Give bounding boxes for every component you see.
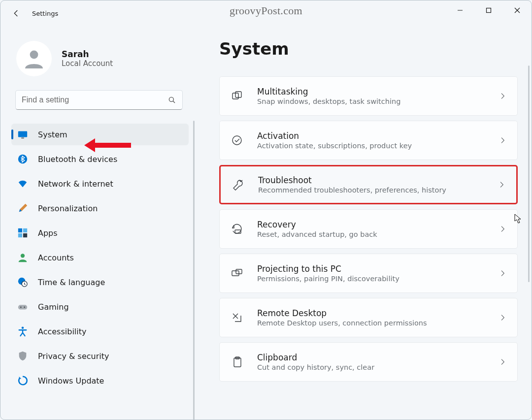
main-scrollbar[interactable]: [528, 65, 530, 282]
svg-point-23: [233, 136, 241, 145]
sidebar-item-update[interactable]: Windows Update: [11, 370, 189, 391]
sidebar-item-network[interactable]: Network & internet: [11, 173, 189, 194]
sidebar-item-privacy[interactable]: Privacy & security: [11, 345, 189, 367]
card-multitasking[interactable]: MultitaskingSnap windows, desktops, task…: [219, 76, 518, 116]
svg-point-14: [21, 254, 25, 258]
card-subtitle: Cut and copy history, sync, clear: [257, 363, 499, 371]
sidebar-scrollbar[interactable]: [193, 121, 195, 420]
close-button[interactable]: [503, 0, 532, 20]
card-title: Projecting to this PC: [257, 264, 499, 274]
chevron-right-icon: [499, 314, 506, 322]
sidebar-item-label: Time & language: [38, 278, 105, 287]
card-subtitle: Snap windows, desktops, task switching: [257, 97, 499, 105]
sidebar-item-system[interactable]: System: [11, 124, 189, 145]
svg-rect-17: [18, 305, 27, 309]
nav-list: System Bluetooth & devices Network & int…: [0, 121, 198, 394]
sidebar-item-label: Bluetooth & devices: [38, 155, 117, 164]
sidebar-item-label: Windows Update: [38, 376, 104, 386]
display-icon: [17, 129, 28, 140]
card-subtitle: Recommended troubleshooters, preferences…: [258, 186, 498, 194]
window-controls: [446, 0, 532, 20]
wrench-icon: [232, 178, 244, 191]
card-clipboard[interactable]: ClipboardCut and copy history, sync, cle…: [219, 342, 518, 382]
sidebar-item-apps[interactable]: Apps: [11, 222, 189, 244]
svg-point-20: [22, 326, 24, 329]
card-title: Activation: [257, 131, 499, 141]
chevron-right-icon: [499, 358, 506, 366]
sidebar-item-label: Privacy & security: [38, 352, 109, 361]
avatar-icon: [16, 41, 52, 76]
card-title: Troubleshoot: [258, 175, 498, 185]
search-input[interactable]: [22, 96, 167, 104]
bluetooth-icon: [17, 154, 28, 164]
wifi-icon: [17, 178, 28, 189]
card-remote[interactable]: Remote DesktopRemote Desktop users, conn…: [219, 298, 518, 337]
svg-rect-25: [232, 271, 239, 276]
projecting-icon: [231, 267, 243, 280]
svg-point-5: [169, 97, 173, 101]
card-activation[interactable]: ActivationActivation state, subscription…: [219, 121, 518, 160]
sidebar-item-label: Accessibility: [38, 327, 86, 336]
svg-point-18: [20, 307, 22, 308]
card-recovery[interactable]: RecoveryReset, advanced startup, go back: [219, 209, 518, 249]
svg-rect-10: [18, 228, 22, 232]
card-title: Clipboard: [257, 353, 499, 362]
chevron-right-icon: [498, 181, 505, 189]
svg-rect-13: [23, 233, 27, 237]
shield-icon: [17, 351, 28, 361]
sidebar-item-label: Apps: [38, 228, 58, 238]
chevron-right-icon: [499, 225, 506, 233]
sidebar-item-label: Gaming: [38, 302, 69, 312]
card-title: Recovery: [257, 220, 499, 229]
apps-icon: [17, 227, 28, 238]
chevron-right-icon: [499, 269, 506, 277]
update-icon: [17, 375, 28, 386]
svg-rect-12: [18, 233, 22, 237]
sidebar-item-bluetooth[interactable]: Bluetooth & devices: [11, 148, 189, 170]
sidebar-item-label: Personalization: [38, 204, 98, 213]
main-content: System MultitaskingSnap windows, desktop…: [198, 26, 532, 420]
back-button[interactable]: [4, 1, 28, 25]
svg-line-6: [173, 101, 175, 103]
search-box[interactable]: [15, 90, 183, 110]
svg-rect-1: [487, 8, 491, 13]
search-icon: [167, 96, 176, 104]
gamepad-icon: [17, 301, 28, 312]
recovery-icon: [231, 223, 243, 235]
multitasking-icon: [231, 90, 243, 102]
profile-block[interactable]: Sarah Local Account: [0, 36, 198, 90]
sidebar-item-personalization[interactable]: Personalization: [11, 197, 189, 219]
maximize-button[interactable]: [474, 0, 503, 20]
card-title: Multitasking: [257, 87, 499, 97]
sidebar-item-label: Accounts: [38, 253, 74, 262]
card-title: Remote Desktop: [257, 308, 499, 318]
card-subtitle: Permissions, pairing PIN, discoverabilit…: [257, 275, 499, 283]
chevron-right-icon: [499, 136, 506, 144]
clipboard-icon: [231, 355, 243, 368]
svg-rect-11: [23, 228, 27, 232]
sidebar-item-accessibility[interactable]: Accessibility: [11, 321, 189, 342]
chevron-right-icon: [499, 92, 506, 100]
paintbrush-icon: [17, 203, 28, 214]
svg-point-19: [24, 307, 25, 308]
watermark-text: groovyPost.com: [230, 4, 302, 17]
profile-subtitle: Local Account: [62, 59, 113, 68]
sidebar-item-label: Network & internet: [38, 179, 113, 189]
card-projecting[interactable]: Projecting to this PCPermissions, pairin…: [219, 254, 518, 293]
sidebar-item-time[interactable]: Time & language: [11, 271, 189, 293]
card-troubleshoot[interactable]: TroubleshootRecommended troubleshooters,…: [219, 165, 518, 204]
sidebar-item-gaming[interactable]: Gaming: [11, 296, 189, 318]
sidebar-item-accounts[interactable]: Accounts: [11, 247, 189, 268]
card-subtitle: Remote Desktop users, connection permiss…: [257, 319, 499, 327]
card-subtitle: Reset, advanced startup, go back: [257, 230, 499, 238]
check-circle-icon: [231, 134, 243, 147]
svg-rect-8: [21, 137, 24, 138]
app-title: Settings: [32, 10, 58, 17]
minimize-button[interactable]: [446, 0, 474, 20]
accessibility-icon: [17, 326, 28, 337]
person-icon: [17, 252, 28, 263]
card-subtitle: Activation state, subscriptions, product…: [257, 142, 499, 150]
svg-rect-27: [234, 358, 241, 367]
profile-name: Sarah: [62, 49, 113, 59]
remote-icon: [231, 311, 243, 324]
